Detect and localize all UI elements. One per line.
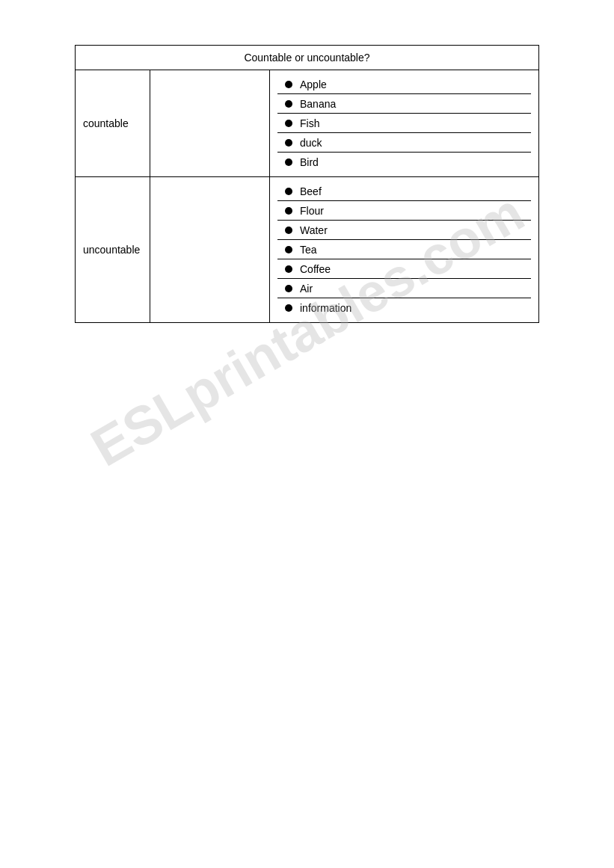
item-label: duck (300, 137, 322, 149)
list-item: Fish (277, 114, 531, 133)
countable-label: countable (76, 70, 150, 177)
list-item: Tea (277, 240, 531, 259)
item-label: Flour (300, 205, 324, 217)
bullet-icon (285, 265, 292, 273)
list-item: Banana (277, 94, 531, 114)
uncountable-items: BeefFlourWaterTeaCoffeeAirinformation (270, 177, 539, 323)
uncountable-answer-area (150, 177, 270, 323)
item-label: Banana (300, 98, 336, 110)
item-label: Apple (300, 79, 327, 90)
bullet-icon (285, 227, 292, 234)
table-header-row: Countable or uncountable? (76, 46, 539, 70)
item-label: Air (300, 283, 313, 295)
countable-answer-area (150, 70, 270, 177)
list-item: Air (277, 279, 531, 298)
bullet-icon (285, 188, 292, 195)
bullet-icon (285, 207, 292, 215)
item-label: Water (300, 224, 328, 236)
bullet-icon (285, 139, 292, 147)
table-title: Countable or uncountable? (76, 46, 539, 70)
list-item: Water (277, 221, 531, 240)
countable-row: countable AppleBananaFishduckBird (76, 70, 539, 177)
item-label: Coffee (300, 263, 331, 275)
list-item: Coffee (277, 259, 531, 279)
list-item: Flour (277, 201, 531, 221)
bullet-icon (285, 285, 292, 292)
bullet-icon (285, 81, 292, 88)
list-item: Bird (277, 153, 531, 172)
list-item: duck (277, 133, 531, 153)
item-label: information (300, 302, 351, 314)
bullet-icon (285, 100, 292, 108)
countable-items: AppleBananaFishduckBird (270, 70, 539, 177)
item-label: Beef (300, 185, 322, 197)
bullet-icon (285, 304, 292, 312)
item-label: Fish (300, 117, 319, 129)
bullet-icon (285, 246, 292, 253)
bullet-icon (285, 158, 292, 166)
item-label: Tea (300, 244, 317, 256)
uncountable-row: uncountable BeefFlourWaterTeaCoffeeAirin… (76, 177, 539, 323)
list-item: Apple (277, 75, 531, 94)
list-item: information (277, 298, 531, 318)
page-content: ESLprintables.com Countable or uncountab… (0, 0, 614, 368)
bullet-icon (285, 120, 292, 127)
item-label: Bird (300, 156, 319, 168)
list-item: Beef (277, 182, 531, 201)
worksheet-table: Countable or uncountable? countable Appl… (75, 45, 539, 323)
uncountable-label: uncountable (76, 177, 150, 323)
